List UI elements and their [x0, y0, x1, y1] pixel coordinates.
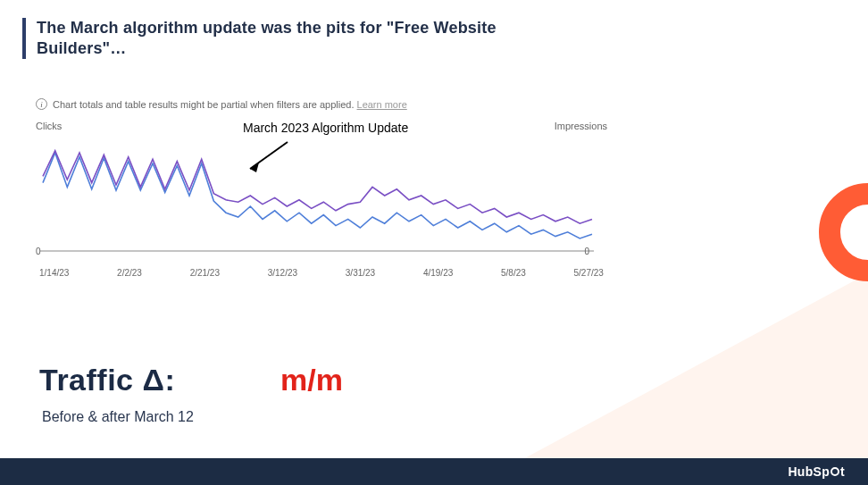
logo-text-a: HubSp	[788, 464, 830, 479]
decorative-triangle	[520, 273, 868, 461]
x-tick: 4/19/23	[423, 268, 453, 278]
y-right-label: Impressions	[555, 121, 607, 131]
line-chart: March 2023 Algorithm Update 0 0	[36, 135, 598, 264]
x-tick: 5/27/23	[574, 268, 604, 278]
title-accent	[22, 18, 26, 59]
traffic-delta-label: Traffic Δ:	[39, 363, 175, 397]
date-range-note: Before & after March 12	[42, 409, 194, 425]
x-tick: 2/21/23	[190, 268, 220, 278]
x-tick-row: 1/14/232/2/232/21/233/12/233/31/234/19/2…	[36, 268, 607, 278]
chart-block: i Chart totals and table results might b…	[36, 98, 607, 278]
y-left-label: Clicks	[36, 121, 62, 131]
hubspot-logo: HubSpt	[788, 464, 845, 479]
annotation-label: March 2023 Algorithm Update	[243, 121, 408, 135]
x-tick: 3/31/23	[346, 268, 375, 278]
footer-bar: HubSpt	[0, 458, 868, 485]
x-tick: 5/8/23	[501, 268, 526, 278]
series-impressions	[43, 151, 592, 224]
y-right-zero: 0	[584, 247, 589, 256]
learn-more-link[interactable]: Learn more	[357, 99, 407, 110]
x-tick: 3/12/23	[268, 268, 297, 278]
logo-text-b: t	[840, 464, 845, 479]
slide-title: The March algorithm update was the pits …	[37, 18, 572, 60]
annotation-arrow	[250, 142, 288, 169]
sprocket-icon	[830, 467, 839, 476]
slide-title-bar: The March algorithm update was the pits …	[22, 18, 572, 60]
info-icon: i	[36, 98, 47, 110]
traffic-delta-value: m/m	[280, 363, 343, 397]
x-tick: 1/14/23	[39, 268, 69, 278]
info-banner: i Chart totals and table results might b…	[36, 98, 607, 110]
y-left-zero: 0	[36, 247, 41, 256]
info-text: Chart totals and table results might be …	[53, 99, 355, 110]
decorative-ring	[819, 183, 868, 281]
chart-svg: 0 0	[36, 135, 598, 264]
x-tick: 2/2/23	[117, 268, 142, 278]
